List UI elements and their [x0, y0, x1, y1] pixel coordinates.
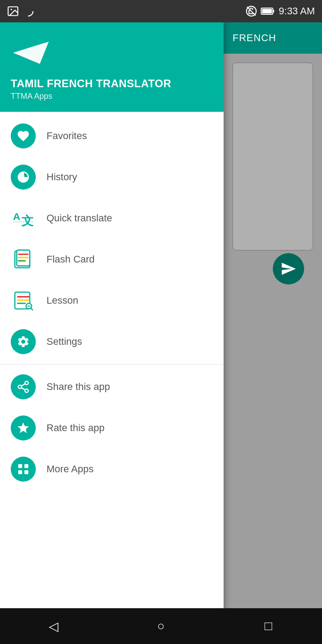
svg-point-27	[25, 389, 29, 393]
bottom-nav: ◁ ○ □	[0, 608, 322, 644]
recent-button[interactable]: □	[255, 613, 282, 640]
mute-icon	[246, 5, 257, 17]
lesson-icon	[12, 289, 34, 312]
signal-icon	[22, 5, 34, 17]
history-icon-bg	[11, 165, 36, 190]
status-time: 9:33 AM	[279, 5, 315, 17]
svg-rect-5	[262, 9, 272, 13]
nav-item-history[interactable]: History	[0, 157, 224, 198]
svg-rect-31	[25, 464, 29, 468]
drawer-header: TAMIL FRENCH TRANSLATOR TTMA Apps	[0, 22, 224, 112]
nav-item-lesson[interactable]: Lesson	[0, 280, 224, 321]
svg-point-2	[23, 6, 33, 16]
nav-item-favorites[interactable]: Favorites	[0, 115, 224, 157]
app-card-top	[233, 63, 313, 250]
grid-icon	[17, 462, 30, 476]
clock-icon	[17, 170, 30, 184]
svg-point-25	[25, 381, 29, 385]
heart-icon	[17, 129, 30, 143]
star-icon	[17, 421, 30, 435]
status-bar: 9:33 AM	[0, 0, 322, 22]
app-header-title: FRENCH	[233, 32, 276, 44]
nav-item-share[interactable]: Share this app	[0, 366, 224, 407]
quick-translate-label: Quick translate	[47, 212, 112, 224]
flash-card-icon-container	[11, 247, 36, 272]
svg-point-26	[18, 385, 22, 389]
svg-text:A: A	[13, 211, 21, 222]
favorites-icon-bg	[11, 123, 36, 148]
app-subtitle: TTMA Apps	[11, 92, 213, 101]
svg-rect-30	[18, 464, 22, 468]
app-body	[224, 54, 322, 644]
lesson-icon-container	[11, 288, 36, 313]
rate-label: Rate this app	[47, 422, 105, 434]
flash-card-label: Flash Card	[47, 254, 95, 265]
nav-item-more-apps[interactable]: More Apps	[0, 449, 224, 490]
more-apps-label: More Apps	[47, 463, 93, 475]
svg-line-28	[21, 388, 25, 390]
send-icon	[280, 261, 297, 277]
nav-item-quick-translate[interactable]: A 文 Quick translate	[0, 198, 224, 239]
drawer: TAMIL FRENCH TRANSLATOR TTMA Apps Favori…	[0, 22, 224, 644]
back-button[interactable]: ◁	[40, 613, 67, 640]
svg-line-29	[21, 384, 25, 386]
flashcard-icon	[12, 248, 34, 271]
share-icon	[17, 380, 30, 394]
status-right-icons: 9:33 AM	[246, 5, 315, 17]
svg-marker-6	[13, 42, 49, 64]
svg-rect-4	[273, 10, 274, 13]
app-title: TAMIL FRENCH TRANSLATOR	[11, 77, 213, 90]
nav-item-settings[interactable]: Settings	[0, 321, 224, 362]
svg-rect-33	[25, 470, 29, 475]
lesson-label: Lesson	[47, 295, 78, 306]
history-label: History	[47, 171, 77, 183]
app-content: FRENCH	[224, 22, 322, 644]
app-header: FRENCH	[224, 22, 322, 54]
svg-point-1	[11, 9, 12, 10]
image-icon	[7, 5, 19, 17]
battery-icon	[261, 7, 275, 16]
translate-icon: A 文	[12, 207, 34, 229]
svg-rect-32	[18, 470, 22, 475]
share-icon-bg	[11, 374, 36, 399]
favorites-label: Favorites	[47, 130, 87, 142]
share-label: Share this app	[47, 381, 110, 393]
settings-icon-bg	[11, 329, 36, 354]
nav-list: Favorites History	[0, 112, 224, 644]
translate-fab[interactable]	[273, 253, 304, 284]
svg-text:文: 文	[21, 214, 34, 228]
rate-icon-bg	[11, 415, 36, 441]
more-apps-icon-bg	[11, 457, 36, 482]
app-logo	[11, 37, 213, 70]
status-left-icons	[7, 5, 34, 17]
nav-item-rate[interactable]: Rate this app	[0, 407, 224, 449]
home-button[interactable]: ○	[148, 613, 174, 640]
nav-divider	[0, 364, 224, 364]
main-layout: TAMIL FRENCH TRANSLATOR TTMA Apps Favori…	[0, 22, 322, 644]
nav-item-flash-card[interactable]: Flash Card	[0, 239, 224, 280]
svg-line-23	[31, 308, 33, 310]
gear-icon	[17, 335, 30, 348]
settings-label: Settings	[47, 336, 82, 347]
quick-translate-icon-container: A 文	[11, 206, 36, 231]
